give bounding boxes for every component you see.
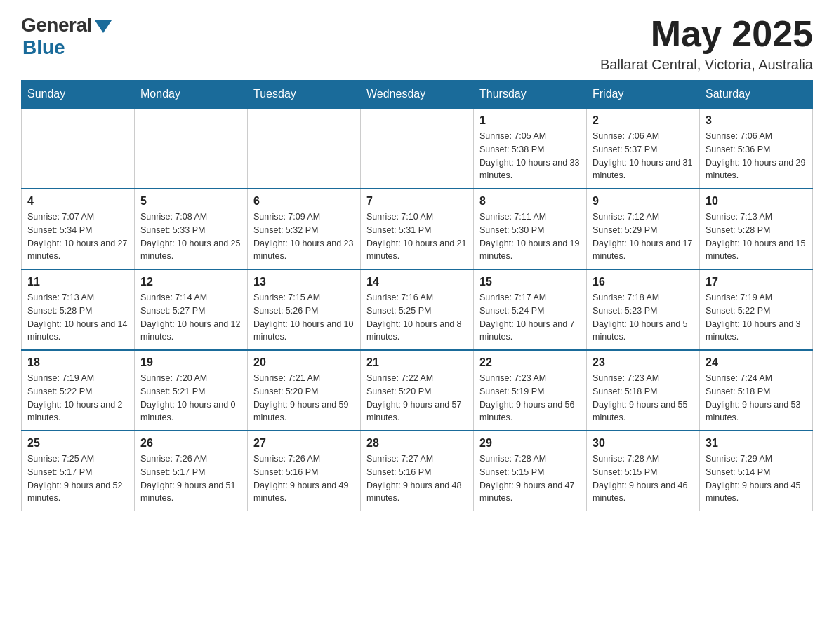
empty-cell [135,108,248,189]
day-number: 27 [253,437,355,450]
day-info: Sunrise: 7:23 AMSunset: 5:18 PMDaylight:… [593,372,694,424]
calendar-header-row: SundayMondayTuesdayWednesdayThursdayFrid… [22,81,813,109]
calendar-day-cell: 6Sunrise: 7:09 AMSunset: 5:32 PMDaylight… [248,189,361,269]
calendar-day-cell: 12Sunrise: 7:14 AMSunset: 5:27 PMDayligh… [135,269,248,350]
day-number: 26 [140,437,241,450]
empty-cell [22,108,135,189]
logo-arrow-icon [95,20,112,33]
calendar-table: SundayMondayTuesdayWednesdayThursdayFrid… [21,80,813,511]
day-info: Sunrise: 7:11 AMSunset: 5:30 PMDaylight:… [479,210,581,263]
calendar-day-cell: 7Sunrise: 7:10 AMSunset: 5:31 PMDaylight… [361,189,474,269]
calendar-day-cell: 20Sunrise: 7:21 AMSunset: 5:20 PMDayligh… [248,350,361,431]
day-number: 10 [706,195,807,208]
weekday-header-wednesday: Wednesday [361,81,474,109]
day-info: Sunrise: 7:19 AMSunset: 5:22 PMDaylight:… [706,291,807,344]
day-info: Sunrise: 7:09 AMSunset: 5:32 PMDaylight:… [253,210,355,263]
day-info: Sunrise: 7:22 AMSunset: 5:20 PMDaylight:… [366,372,468,424]
logo-blue-text: Blue [22,36,65,59]
day-number: 29 [479,437,581,450]
day-number: 18 [27,356,128,369]
day-number: 17 [706,276,807,288]
weekday-header-tuesday: Tuesday [248,81,361,109]
day-info: Sunrise: 7:26 AMSunset: 5:17 PMDaylight:… [140,452,241,505]
day-number: 2 [593,114,694,127]
day-number: 9 [593,195,694,208]
day-number: 14 [366,276,468,288]
calendar-day-cell: 14Sunrise: 7:16 AMSunset: 5:25 PMDayligh… [361,269,474,350]
calendar-day-cell: 28Sunrise: 7:27 AMSunset: 5:16 PMDayligh… [361,431,474,511]
calendar-day-cell: 4Sunrise: 7:07 AMSunset: 5:34 PMDaylight… [22,189,135,269]
day-info: Sunrise: 7:25 AMSunset: 5:17 PMDaylight:… [27,452,128,505]
day-number: 1 [479,114,581,127]
calendar-day-cell: 5Sunrise: 7:08 AMSunset: 5:33 PMDaylight… [135,189,248,269]
calendar-day-cell: 26Sunrise: 7:26 AMSunset: 5:17 PMDayligh… [135,431,248,511]
day-info: Sunrise: 7:20 AMSunset: 5:21 PMDaylight:… [140,372,241,424]
calendar-day-cell: 31Sunrise: 7:29 AMSunset: 5:14 PMDayligh… [700,431,813,511]
calendar-day-cell: 1Sunrise: 7:05 AMSunset: 5:38 PMDaylight… [474,108,587,189]
day-info: Sunrise: 7:06 AMSunset: 5:37 PMDaylight:… [593,130,694,182]
day-info: Sunrise: 7:21 AMSunset: 5:20 PMDaylight:… [253,372,355,424]
day-number: 15 [479,276,581,288]
day-info: Sunrise: 7:18 AMSunset: 5:23 PMDaylight:… [593,291,694,344]
calendar-week-row: 25Sunrise: 7:25 AMSunset: 5:17 PMDayligh… [22,431,813,511]
calendar-day-cell: 27Sunrise: 7:26 AMSunset: 5:16 PMDayligh… [248,431,361,511]
calendar-day-cell: 10Sunrise: 7:13 AMSunset: 5:28 PMDayligh… [700,189,813,269]
day-number: 16 [593,276,694,288]
calendar-day-cell: 17Sunrise: 7:19 AMSunset: 5:22 PMDayligh… [700,269,813,350]
calendar-day-cell: 3Sunrise: 7:06 AMSunset: 5:36 PMDaylight… [700,108,813,189]
location-text: Ballarat Central, Victoria, Australia [600,57,813,73]
weekday-header-thursday: Thursday [474,81,587,109]
weekday-header-friday: Friday [587,81,700,109]
calendar-day-cell: 21Sunrise: 7:22 AMSunset: 5:20 PMDayligh… [361,350,474,431]
day-info: Sunrise: 7:10 AMSunset: 5:31 PMDaylight:… [366,210,468,263]
calendar-day-cell: 9Sunrise: 7:12 AMSunset: 5:29 PMDaylight… [587,189,700,269]
calendar-day-cell: 19Sunrise: 7:20 AMSunset: 5:21 PMDayligh… [135,350,248,431]
calendar-day-cell: 8Sunrise: 7:11 AMSunset: 5:30 PMDaylight… [474,189,587,269]
logo: General Blue [21,14,112,59]
weekday-header-monday: Monday [135,81,248,109]
weekday-header-sunday: Sunday [22,81,135,109]
day-info: Sunrise: 7:29 AMSunset: 5:14 PMDaylight:… [706,452,807,505]
calendar-week-row: 18Sunrise: 7:19 AMSunset: 5:22 PMDayligh… [22,350,813,431]
day-number: 22 [479,356,581,369]
empty-cell [361,108,474,189]
day-number: 21 [366,356,468,369]
page-header: General Blue May 2025 Ballarat Central, … [21,14,813,73]
day-info: Sunrise: 7:12 AMSunset: 5:29 PMDaylight:… [593,210,694,263]
day-info: Sunrise: 7:15 AMSunset: 5:26 PMDaylight:… [253,291,355,344]
logo-general-text: General [21,14,92,36]
day-info: Sunrise: 7:14 AMSunset: 5:27 PMDaylight:… [140,291,241,344]
calendar-day-cell: 23Sunrise: 7:23 AMSunset: 5:18 PMDayligh… [587,350,700,431]
day-number: 23 [593,356,694,369]
calendar-day-cell: 2Sunrise: 7:06 AMSunset: 5:37 PMDaylight… [587,108,700,189]
day-info: Sunrise: 7:13 AMSunset: 5:28 PMDaylight:… [27,291,128,344]
day-number: 24 [706,356,807,369]
calendar-day-cell: 18Sunrise: 7:19 AMSunset: 5:22 PMDayligh… [22,350,135,431]
day-number: 19 [140,356,241,369]
day-info: Sunrise: 7:05 AMSunset: 5:38 PMDaylight:… [479,130,581,182]
calendar-week-row: 4Sunrise: 7:07 AMSunset: 5:34 PMDaylight… [22,189,813,269]
calendar-day-cell: 25Sunrise: 7:25 AMSunset: 5:17 PMDayligh… [22,431,135,511]
day-number: 13 [253,276,355,288]
day-info: Sunrise: 7:13 AMSunset: 5:28 PMDaylight:… [706,210,807,263]
day-info: Sunrise: 7:07 AMSunset: 5:34 PMDaylight:… [27,210,128,263]
weekday-header-saturday: Saturday [700,81,813,109]
day-number: 31 [706,437,807,450]
day-number: 6 [253,195,355,208]
day-number: 28 [366,437,468,450]
day-info: Sunrise: 7:26 AMSunset: 5:16 PMDaylight:… [253,452,355,505]
day-info: Sunrise: 7:24 AMSunset: 5:18 PMDaylight:… [706,372,807,424]
day-info: Sunrise: 7:17 AMSunset: 5:24 PMDaylight:… [479,291,581,344]
day-number: 5 [140,195,241,208]
empty-cell [248,108,361,189]
day-number: 20 [253,356,355,369]
day-number: 8 [479,195,581,208]
day-info: Sunrise: 7:28 AMSunset: 5:15 PMDaylight:… [593,452,694,505]
day-info: Sunrise: 7:19 AMSunset: 5:22 PMDaylight:… [27,372,128,424]
day-number: 11 [27,276,128,288]
calendar-day-cell: 13Sunrise: 7:15 AMSunset: 5:26 PMDayligh… [248,269,361,350]
day-number: 12 [140,276,241,288]
calendar-week-row: 1Sunrise: 7:05 AMSunset: 5:38 PMDaylight… [22,108,813,189]
day-number: 25 [27,437,128,450]
day-info: Sunrise: 7:27 AMSunset: 5:16 PMDaylight:… [366,452,468,505]
